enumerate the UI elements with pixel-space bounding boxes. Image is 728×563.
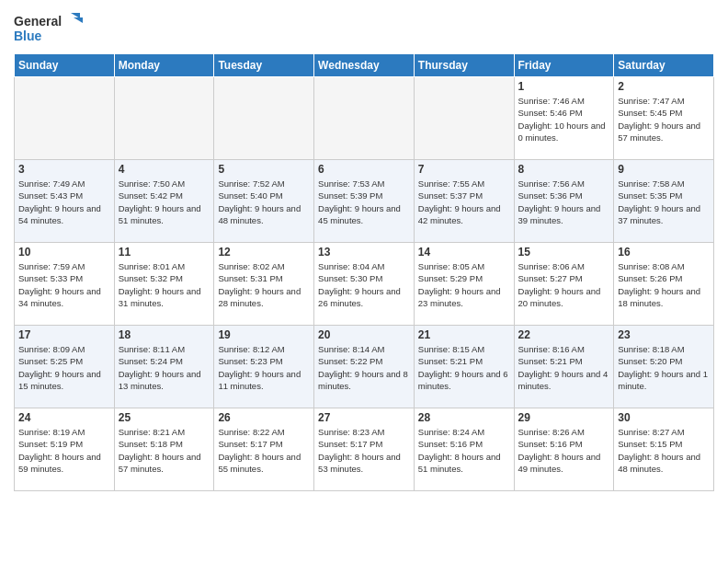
header: General Blue bbox=[14, 9, 714, 46]
day-header-saturday: Saturday bbox=[614, 54, 714, 77]
day-number: 2 bbox=[618, 80, 710, 93]
day-info: Sunrise: 7:59 AMSunset: 5:33 PMDaylight:… bbox=[18, 260, 110, 309]
week-row-1: 1Sunrise: 7:46 AMSunset: 5:46 PMDaylight… bbox=[15, 77, 714, 160]
day-number: 6 bbox=[318, 163, 410, 176]
calendar-cell-24: 24Sunrise: 8:19 AMSunset: 5:19 PMDayligh… bbox=[15, 408, 115, 491]
day-number: 29 bbox=[518, 411, 610, 424]
calendar-cell-28: 28Sunrise: 8:24 AMSunset: 5:16 PMDayligh… bbox=[414, 408, 514, 491]
day-info: Sunrise: 7:46 AMSunset: 5:46 PMDaylight:… bbox=[518, 95, 610, 144]
day-number: 1 bbox=[518, 80, 610, 93]
day-number: 27 bbox=[318, 411, 410, 424]
calendar-cell-empty-0-0 bbox=[15, 77, 115, 160]
day-number: 26 bbox=[218, 411, 310, 424]
day-info: Sunrise: 7:55 AMSunset: 5:37 PMDaylight:… bbox=[418, 178, 510, 226]
day-info: Sunrise: 8:23 AMSunset: 5:17 PMDaylight:… bbox=[318, 426, 410, 475]
calendar-cell-12: 12Sunrise: 8:02 AMSunset: 5:31 PMDayligh… bbox=[214, 243, 314, 326]
day-number: 4 bbox=[119, 163, 210, 176]
day-info: Sunrise: 8:15 AMSunset: 5:21 PMDaylight:… bbox=[418, 343, 510, 392]
day-info: Sunrise: 8:06 AMSunset: 5:27 PMDaylight:… bbox=[518, 260, 610, 309]
calendar-cell-29: 29Sunrise: 8:26 AMSunset: 5:16 PMDayligh… bbox=[514, 408, 614, 491]
day-info: Sunrise: 7:52 AMSunset: 5:40 PMDaylight:… bbox=[218, 178, 310, 226]
calendar-cell-empty-0-3 bbox=[314, 77, 415, 160]
day-number: 5 bbox=[218, 163, 310, 176]
calendar-cell-15: 15Sunrise: 8:06 AMSunset: 5:27 PMDayligh… bbox=[514, 243, 614, 326]
day-number: 13 bbox=[318, 246, 410, 259]
day-number: 19 bbox=[218, 328, 310, 341]
day-number: 7 bbox=[418, 163, 510, 176]
day-info: Sunrise: 8:12 AMSunset: 5:23 PMDaylight:… bbox=[218, 343, 310, 392]
day-number: 17 bbox=[18, 328, 110, 341]
day-number: 24 bbox=[18, 411, 110, 424]
day-info: Sunrise: 8:02 AMSunset: 5:31 PMDaylight:… bbox=[218, 260, 310, 309]
calendar-cell-2: 2Sunrise: 7:47 AMSunset: 5:45 PMDaylight… bbox=[614, 77, 714, 160]
day-number: 21 bbox=[418, 328, 510, 341]
day-number: 28 bbox=[418, 411, 510, 424]
day-number: 8 bbox=[518, 163, 610, 176]
week-row-4: 17Sunrise: 8:09 AMSunset: 5:25 PMDayligh… bbox=[15, 326, 714, 408]
day-number: 12 bbox=[218, 246, 310, 259]
calendar-cell-19: 19Sunrise: 8:12 AMSunset: 5:23 PMDayligh… bbox=[214, 326, 314, 408]
day-header-thursday: Thursday bbox=[414, 54, 514, 77]
calendar-cell-9: 9Sunrise: 7:58 AMSunset: 5:35 PMDaylight… bbox=[614, 160, 714, 243]
day-number: 25 bbox=[119, 411, 210, 424]
day-number: 30 bbox=[618, 411, 710, 424]
day-header-sunday: Sunday bbox=[15, 54, 115, 77]
calendar-cell-3: 3Sunrise: 7:49 AMSunset: 5:43 PMDaylight… bbox=[15, 160, 115, 243]
day-info: Sunrise: 8:26 AMSunset: 5:16 PMDaylight:… bbox=[518, 426, 610, 475]
day-info: Sunrise: 7:53 AMSunset: 5:39 PMDaylight:… bbox=[318, 178, 410, 226]
day-number: 3 bbox=[18, 163, 110, 176]
svg-text:Blue: Blue bbox=[14, 29, 42, 43]
calendar-cell-16: 16Sunrise: 8:08 AMSunset: 5:26 PMDayligh… bbox=[614, 243, 714, 326]
day-info: Sunrise: 8:14 AMSunset: 5:22 PMDaylight:… bbox=[318, 343, 410, 392]
day-number: 14 bbox=[418, 246, 510, 259]
svg-text:General: General bbox=[14, 14, 62, 29]
day-number: 11 bbox=[119, 246, 210, 259]
day-info: Sunrise: 8:05 AMSunset: 5:29 PMDaylight:… bbox=[418, 260, 510, 309]
calendar-cell-11: 11Sunrise: 8:01 AMSunset: 5:32 PMDayligh… bbox=[114, 243, 214, 326]
calendar-header-row: SundayMondayTuesdayWednesdayThursdayFrid… bbox=[15, 54, 714, 77]
calendar-cell-22: 22Sunrise: 8:16 AMSunset: 5:21 PMDayligh… bbox=[514, 326, 614, 408]
day-info: Sunrise: 8:21 AMSunset: 5:18 PMDaylight:… bbox=[119, 426, 210, 475]
day-info: Sunrise: 7:58 AMSunset: 5:35 PMDaylight:… bbox=[618, 178, 710, 226]
calendar-cell-23: 23Sunrise: 8:18 AMSunset: 5:20 PMDayligh… bbox=[614, 326, 714, 408]
calendar-cell-18: 18Sunrise: 8:11 AMSunset: 5:24 PMDayligh… bbox=[114, 326, 214, 408]
day-info: Sunrise: 8:24 AMSunset: 5:16 PMDaylight:… bbox=[418, 426, 510, 475]
day-info: Sunrise: 8:04 AMSunset: 5:30 PMDaylight:… bbox=[318, 260, 410, 309]
day-number: 23 bbox=[618, 328, 710, 341]
calendar-cell-1: 1Sunrise: 7:46 AMSunset: 5:46 PMDaylight… bbox=[514, 77, 614, 160]
calendar-cell-13: 13Sunrise: 8:04 AMSunset: 5:30 PMDayligh… bbox=[314, 243, 415, 326]
calendar-cell-26: 26Sunrise: 8:22 AMSunset: 5:17 PMDayligh… bbox=[214, 408, 314, 491]
logo: General Blue bbox=[14, 9, 87, 46]
day-info: Sunrise: 7:49 AMSunset: 5:43 PMDaylight:… bbox=[18, 178, 110, 226]
day-number: 20 bbox=[318, 328, 410, 341]
week-row-2: 3Sunrise: 7:49 AMSunset: 5:43 PMDaylight… bbox=[15, 160, 714, 243]
logo-svg: General Blue bbox=[14, 9, 87, 46]
day-number: 16 bbox=[618, 246, 710, 259]
day-info: Sunrise: 8:01 AMSunset: 5:32 PMDaylight:… bbox=[119, 260, 210, 309]
calendar-cell-17: 17Sunrise: 8:09 AMSunset: 5:25 PMDayligh… bbox=[15, 326, 115, 408]
day-header-wednesday: Wednesday bbox=[314, 54, 415, 77]
day-info: Sunrise: 7:56 AMSunset: 5:36 PMDaylight:… bbox=[518, 178, 610, 226]
day-number: 15 bbox=[518, 246, 610, 259]
day-info: Sunrise: 7:47 AMSunset: 5:45 PMDaylight:… bbox=[618, 95, 710, 144]
svg-marker-2 bbox=[74, 17, 83, 23]
calendar-cell-8: 8Sunrise: 7:56 AMSunset: 5:36 PMDaylight… bbox=[514, 160, 614, 243]
calendar-cell-14: 14Sunrise: 8:05 AMSunset: 5:29 PMDayligh… bbox=[414, 243, 514, 326]
day-info: Sunrise: 8:16 AMSunset: 5:21 PMDaylight:… bbox=[518, 343, 610, 392]
day-info: Sunrise: 8:19 AMSunset: 5:19 PMDaylight:… bbox=[18, 426, 110, 475]
day-info: Sunrise: 8:11 AMSunset: 5:24 PMDaylight:… bbox=[119, 343, 210, 392]
day-header-friday: Friday bbox=[514, 54, 614, 77]
calendar-cell-6: 6Sunrise: 7:53 AMSunset: 5:39 PMDaylight… bbox=[314, 160, 415, 243]
day-info: Sunrise: 8:22 AMSunset: 5:17 PMDaylight:… bbox=[218, 426, 310, 475]
day-number: 9 bbox=[618, 163, 710, 176]
calendar-cell-4: 4Sunrise: 7:50 AMSunset: 5:42 PMDaylight… bbox=[114, 160, 214, 243]
calendar-cell-7: 7Sunrise: 7:55 AMSunset: 5:37 PMDaylight… bbox=[414, 160, 514, 243]
calendar-cell-27: 27Sunrise: 8:23 AMSunset: 5:17 PMDayligh… bbox=[314, 408, 415, 491]
day-info: Sunrise: 8:27 AMSunset: 5:15 PMDaylight:… bbox=[618, 426, 710, 475]
day-number: 10 bbox=[18, 246, 110, 259]
calendar-cell-25: 25Sunrise: 8:21 AMSunset: 5:18 PMDayligh… bbox=[114, 408, 214, 491]
calendar-cell-20: 20Sunrise: 8:14 AMSunset: 5:22 PMDayligh… bbox=[314, 326, 415, 408]
day-header-tuesday: Tuesday bbox=[214, 54, 314, 77]
calendar-cell-10: 10Sunrise: 7:59 AMSunset: 5:33 PMDayligh… bbox=[15, 243, 115, 326]
day-info: Sunrise: 8:08 AMSunset: 5:26 PMDaylight:… bbox=[618, 260, 710, 309]
